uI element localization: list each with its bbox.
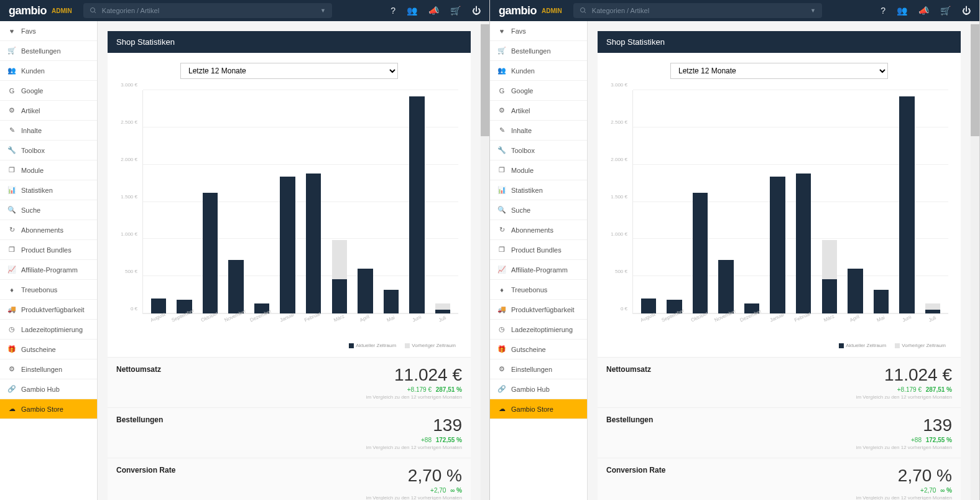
sidebar-item-label: Statistiken xyxy=(21,187,53,194)
gears-icon: ⚙ xyxy=(6,365,17,373)
sidebar-item-module[interactable]: ❐ Module xyxy=(490,160,587,180)
sidebar-item-label: Gutscheine xyxy=(511,346,546,353)
gears-icon: ⚙ xyxy=(496,365,507,373)
scrollbar[interactable] xyxy=(481,21,489,500)
wrench-icon: 🔧 xyxy=(496,146,507,154)
sidebar-item-artikel[interactable]: ⚙ Artikel xyxy=(0,101,97,121)
bar-februar: Februar xyxy=(793,90,815,313)
sidebar-item-toolbox[interactable]: 🔧 Toolbox xyxy=(0,141,97,160)
sidebar-item-abonnements[interactable]: ↻ Abonnements xyxy=(0,220,97,240)
y-tick: 0 € xyxy=(621,306,627,312)
sidebar-item-produktverfügbarkeit[interactable]: 🚚 Produktverfügbarkeit xyxy=(490,300,587,320)
sidebar-item-inhalte[interactable]: ✎ Inhalte xyxy=(0,121,97,141)
stat-note: im Vergleich zu den 12 vorherigen Monate… xyxy=(366,394,462,400)
refresh-icon: ↻ xyxy=(6,226,17,234)
chart-legend: Aktueller Zeitraum Vorheriger Zeitraum xyxy=(608,328,951,351)
bar-current xyxy=(358,269,372,313)
stat-value: 139 xyxy=(856,415,952,435)
sidebar-item-gutscheine[interactable]: 🎁 Gutscheine xyxy=(490,340,587,359)
bullhorn-icon[interactable]: 📣 xyxy=(428,6,439,16)
diamond-icon: ♦ xyxy=(6,286,17,294)
community-icon[interactable]: 👥 xyxy=(407,6,417,16)
bar-current xyxy=(435,310,450,313)
sidebar-item-suche[interactable]: 🔍 Suche xyxy=(0,200,97,220)
sidebar-item-gambio-store[interactable]: ☁ Gambio Store xyxy=(0,399,97,419)
stat-label: Conversion Rate xyxy=(116,466,175,475)
sidebar-item-label: Product Bundles xyxy=(511,246,562,254)
period-select[interactable]: Letzte 12 Monate xyxy=(180,63,398,79)
sidebar: ♥ Favs 🛒 Bestellungen 👥 Kunden G Google … xyxy=(0,21,98,500)
sidebar-item-artikel[interactable]: ⚙ Artikel xyxy=(490,101,587,121)
shop-icon[interactable]: 🛒 xyxy=(450,6,461,16)
stat-row-nettoumsatz: Nettoumsatz 11.024 € +8.179 € 287,51 % i… xyxy=(108,357,471,407)
sidebar-item-treuebonus[interactable]: ♦ Treuebonus xyxy=(0,280,97,300)
sidebar-item-gambio-store[interactable]: ☁ Gambio Store xyxy=(490,399,587,419)
help-icon[interactable]: ? xyxy=(881,6,885,16)
main-content: Shop Statistiken Letzte 12 Monate 0 €500… xyxy=(98,21,489,500)
stat-row-bestellungen: Bestellungen 139 +88 172,55 % im Verglei… xyxy=(108,407,471,458)
bar-juli: Juli xyxy=(432,90,454,313)
search-input[interactable]: Kategorien / Artikel ▼ xyxy=(83,3,332,18)
scrollbar[interactable] xyxy=(971,21,979,500)
bar-dezember: Dezember xyxy=(741,90,763,313)
panel-title: Shop Statistiken xyxy=(108,31,471,53)
sidebar-item-inhalte[interactable]: ✎ Inhalte xyxy=(490,121,587,141)
sidebar-item-label: Inhalte xyxy=(21,127,42,134)
sidebar-item-product-bundles[interactable]: ❒ Product Bundles xyxy=(490,240,587,260)
bar-current xyxy=(874,290,889,313)
bar-current xyxy=(693,193,708,313)
stat-delta: +88 172,55 % xyxy=(856,437,952,443)
sidebar-item-affiliate-programm[interactable]: 📈 Affiliate-Programm xyxy=(0,260,97,280)
bar-januar: Januar xyxy=(767,90,788,313)
sidebar-item-abonnements[interactable]: ↻ Abonnements xyxy=(490,220,587,240)
sidebar-item-ladezeitoptimierung[interactable]: ◷ Ladezeitoptimierung xyxy=(0,320,97,340)
sidebar-item-einstellungen[interactable]: ⚙ Einstellungen xyxy=(490,359,587,379)
y-tick: 1.000 € xyxy=(611,231,627,237)
sidebar-item-statistiken[interactable]: 📊 Statistiken xyxy=(490,180,587,200)
sidebar-item-gambio-hub[interactable]: 🔗 Gambio Hub xyxy=(490,379,587,399)
bar-november: November xyxy=(715,90,737,313)
sidebar-item-label: Inhalte xyxy=(511,127,532,134)
period-select[interactable]: Letzte 12 Monate xyxy=(670,63,888,79)
sidebar-item-suche[interactable]: 🔍 Suche xyxy=(490,200,587,220)
bar-märz: März xyxy=(328,90,350,313)
sidebar-item-ladezeitoptimierung[interactable]: ◷ Ladezeitoptimierung xyxy=(490,320,587,340)
sidebar-item-statistiken[interactable]: 📊 Statistiken xyxy=(0,180,97,200)
community-icon[interactable]: 👥 xyxy=(897,6,907,16)
sidebar-item-kunden[interactable]: 👥 Kunden xyxy=(0,61,97,81)
bullhorn-icon[interactable]: 📣 xyxy=(918,6,929,16)
sidebar-item-bestellungen[interactable]: 🛒 Bestellungen xyxy=(490,41,587,61)
stat-label: Conversion Rate xyxy=(606,466,665,475)
x-label: Juli xyxy=(928,315,937,323)
sidebar-item-gambio-hub[interactable]: 🔗 Gambio Hub xyxy=(0,379,97,399)
sidebar-item-favs[interactable]: ♥ Favs xyxy=(490,21,587,41)
sidebar-item-label: Einstellungen xyxy=(21,366,62,373)
sidebar-item-product-bundles[interactable]: ❒ Product Bundles xyxy=(0,240,97,260)
cart-icon: 🛒 xyxy=(496,47,507,55)
sidebar-item-google[interactable]: G Google xyxy=(0,81,97,101)
help-icon[interactable]: ? xyxy=(391,6,395,16)
sidebar-item-label: Kunden xyxy=(21,67,45,75)
sidebar-item-toolbox[interactable]: 🔧 Toolbox xyxy=(490,141,587,160)
sidebar-item-produktverfügbarkeit[interactable]: 🚚 Produktverfügbarkeit xyxy=(0,300,97,320)
sidebar-item-kunden[interactable]: 👥 Kunden xyxy=(490,61,587,81)
sidebar-item-affiliate-programm[interactable]: 📈 Affiliate-Programm xyxy=(490,260,587,280)
y-tick: 3.000 € xyxy=(611,82,627,88)
svg-point-0 xyxy=(90,8,95,12)
sidebar-item-einstellungen[interactable]: ⚙ Einstellungen xyxy=(0,359,97,379)
shop-icon[interactable]: 🛒 xyxy=(940,6,951,16)
power-icon[interactable]: ⏻ xyxy=(472,6,481,16)
x-label: Mai xyxy=(386,315,395,323)
bar-current xyxy=(925,310,940,313)
bar-current xyxy=(306,174,321,313)
sidebar-item-module[interactable]: ❐ Module xyxy=(0,160,97,180)
sidebar-item-gutscheine[interactable]: 🎁 Gutscheine xyxy=(0,340,97,359)
stat-label: Nettoumsatz xyxy=(116,365,161,374)
power-icon[interactable]: ⏻ xyxy=(962,6,971,16)
sidebar-item-bestellungen[interactable]: 🛒 Bestellungen xyxy=(0,41,97,61)
sidebar-item-google[interactable]: G Google xyxy=(490,81,587,101)
sidebar-item-label: Artikel xyxy=(21,107,40,114)
sidebar-item-favs[interactable]: ♥ Favs xyxy=(0,21,97,41)
search-input[interactable]: Kategorien / Artikel ▼ xyxy=(573,3,822,18)
sidebar-item-treuebonus[interactable]: ♦ Treuebonus xyxy=(490,280,587,300)
